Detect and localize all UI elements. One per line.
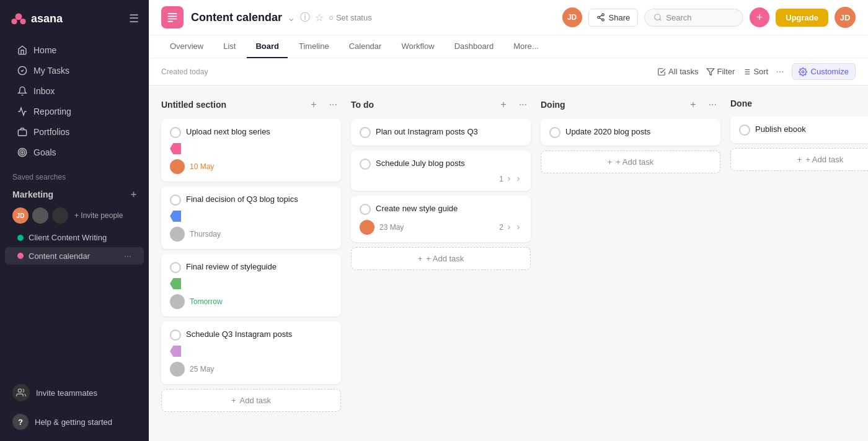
tab-dashboard[interactable]: Dashboard xyxy=(446,35,503,58)
task-title: Create new style guide xyxy=(376,203,458,214)
svg-rect-4 xyxy=(18,130,26,136)
tab-calendar[interactable]: Calendar xyxy=(340,35,391,58)
search-box[interactable]: Search xyxy=(644,9,743,27)
board-area: Untitled section + ··· Upload next blog … xyxy=(149,85,868,441)
task-checkbox[interactable] xyxy=(170,330,181,341)
chevron-down-icon[interactable]: ⌄ xyxy=(287,12,295,24)
info-icon[interactable]: ⓘ xyxy=(300,11,310,24)
task-card-final-review[interactable]: Final review of styleguide Tomorrow xyxy=(161,254,341,317)
tab-list[interactable]: List xyxy=(215,35,244,58)
marketing-team-header[interactable]: Marketing + xyxy=(0,184,149,205)
avatar-1: JD xyxy=(12,207,29,224)
task-card-schedule-q3[interactable]: Schedule Q3 Instagram posts 25 May xyxy=(161,321,341,384)
sort-button[interactable]: Sort xyxy=(742,67,768,76)
task-card-publish-ebook[interactable]: Publish ebook xyxy=(730,116,868,143)
column-untitled-more-icon[interactable]: ··· xyxy=(326,98,341,111)
task-checkbox[interactable] xyxy=(360,159,371,170)
task-card-upload-blog-series[interactable]: Upload next blog series 10 May xyxy=(161,119,341,181)
column-doing-add-icon[interactable]: + xyxy=(686,98,699,111)
tab-overview[interactable]: Overview xyxy=(161,35,212,58)
sidebar-item-client-content[interactable]: Client Content Writing xyxy=(5,229,144,246)
column-done-add-task-button[interactable]: + + Add task xyxy=(730,148,868,171)
all-tasks-button[interactable]: All tasks xyxy=(657,67,698,76)
task-tags xyxy=(170,278,332,289)
customize-icon xyxy=(799,68,807,76)
task-title: Schedule July blog posts xyxy=(376,158,465,169)
topbar: Content calendar ⌄ ⓘ ☆ ○ Set status JD S… xyxy=(149,0,868,35)
add-task-plus-icon-done: + xyxy=(797,155,802,164)
column-todo-header: To do + ··· xyxy=(351,95,531,114)
column-untitled-add-task-button[interactable]: + Add task xyxy=(161,389,341,412)
main-content: Content calendar ⌄ ⓘ ☆ ○ Set status JD S… xyxy=(149,0,868,441)
task-avatar xyxy=(360,220,374,235)
task-checkbox[interactable] xyxy=(360,204,371,215)
help-button[interactable]: ? Help & getting started xyxy=(0,408,149,436)
column-doing-title: Doing xyxy=(541,100,681,110)
task-card-update-blog[interactable]: Update 2020 blog posts xyxy=(541,119,720,146)
task-card-create-style-guide[interactable]: Create new style guide 23 May 2 xyxy=(351,196,531,242)
column-untitled-add-icon[interactable]: + xyxy=(307,98,320,111)
home-icon xyxy=(17,45,27,55)
filter-button[interactable]: Filter xyxy=(706,67,735,76)
column-doing-more-icon[interactable]: ··· xyxy=(705,98,720,111)
invite-people-button[interactable]: + Invite people xyxy=(74,211,123,220)
svg-point-2 xyxy=(20,19,25,24)
sidebar-item-portfolios[interactable]: Portfolios xyxy=(5,122,144,142)
user-avatar[interactable]: JD xyxy=(835,7,856,28)
svg-point-27 xyxy=(802,71,804,73)
task-header: Final review of styleguide xyxy=(170,261,332,273)
sidebar-item-inbox[interactable]: Inbox xyxy=(5,81,144,101)
task-card-schedule-july[interactable]: Schedule July blog posts 1 xyxy=(351,151,531,191)
sidebar-hamburger-icon[interactable]: ☰ xyxy=(129,12,139,25)
task-card-final-decision[interactable]: Final decision of Q3 blog topics Thursda… xyxy=(161,186,341,249)
task-checkbox[interactable] xyxy=(360,127,371,138)
svg-point-13 xyxy=(601,14,604,16)
add-button[interactable]: + xyxy=(750,7,769,27)
tag-magenta-icon xyxy=(170,346,181,357)
subtask-arrow-icon xyxy=(515,175,522,183)
svg-line-17 xyxy=(600,15,602,17)
task-card-plan-instagram[interactable]: Plan out Instagram posts Q3 xyxy=(351,119,531,146)
customize-label: Customize xyxy=(811,67,849,76)
column-doing-add-task-button[interactable]: + + Add task xyxy=(541,151,720,173)
tab-more[interactable]: More... xyxy=(505,35,547,58)
column-todo-add-icon[interactable]: + xyxy=(497,98,510,111)
topbar-right: JD Share Search + Upgrade JD xyxy=(562,7,856,28)
sidebar-item-home[interactable]: Home xyxy=(5,40,144,60)
invite-teammates-button[interactable]: Invite teammates xyxy=(0,378,149,408)
star-icon[interactable]: ☆ xyxy=(315,12,324,24)
task-checkbox[interactable] xyxy=(170,127,181,138)
tab-board[interactable]: Board xyxy=(247,35,288,58)
sub-bar: Created today All tasks Filter Sort ··· … xyxy=(149,58,868,85)
set-status-button[interactable]: ○ Set status xyxy=(329,13,372,22)
set-status-label: Set status xyxy=(336,13,372,22)
customize-button[interactable]: Customize xyxy=(792,63,856,80)
content-calendar-more-icon[interactable]: ··· xyxy=(124,251,131,261)
task-checkbox[interactable] xyxy=(549,127,560,138)
tab-workflow[interactable]: Workflow xyxy=(392,35,443,58)
add-marketing-item-icon[interactable]: + xyxy=(131,189,136,200)
sidebar-item-content-calendar[interactable]: Content calendar ··· xyxy=(5,247,144,264)
share-button[interactable]: Share xyxy=(588,9,639,27)
sidebar-item-goals[interactable]: Goals xyxy=(5,142,144,162)
column-todo-add-task-button[interactable]: + + Add task xyxy=(351,247,531,270)
share-label: Share xyxy=(609,13,631,22)
asana-logo-icon xyxy=(10,10,27,27)
task-checkbox[interactable] xyxy=(170,262,181,273)
column-todo-more-icon[interactable]: ··· xyxy=(515,98,531,111)
column-doing-header: Doing + ··· xyxy=(541,95,720,114)
task-checkbox[interactable] xyxy=(170,194,181,206)
column-untitled-title: Untitled section xyxy=(161,100,302,110)
add-task-label-doing: + Add task xyxy=(616,157,653,167)
task-header: Upload next blog series xyxy=(170,126,332,138)
add-task-label: Add task xyxy=(240,396,272,405)
task-title: Plan out Instagram posts Q3 xyxy=(376,126,478,138)
task-footer: Thursday xyxy=(170,227,332,242)
upgrade-button[interactable]: Upgrade xyxy=(776,9,828,27)
task-checkbox[interactable] xyxy=(739,124,750,136)
tab-timeline[interactable]: Timeline xyxy=(290,35,338,58)
more-options-icon[interactable]: ··· xyxy=(776,66,784,77)
sidebar-item-reporting[interactable]: Reporting xyxy=(5,102,144,121)
svg-marker-20 xyxy=(707,68,714,75)
sidebar-item-my-tasks[interactable]: My Tasks xyxy=(5,61,144,81)
